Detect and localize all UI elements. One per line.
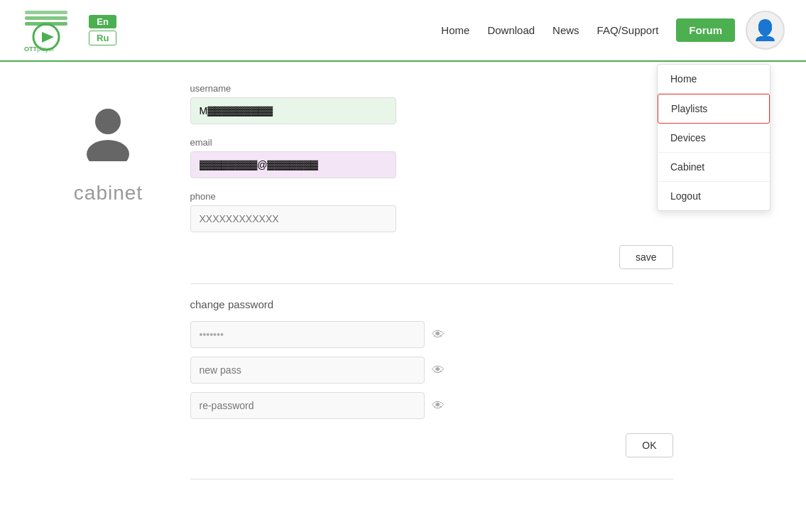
email-input[interactable] — [190, 151, 396, 178]
main-nav: Home Download News FAQ/Support Forum — [441, 18, 735, 42]
nav-news[interactable]: News — [552, 24, 579, 36]
re-password-input[interactable] — [190, 392, 425, 419]
current-password-eye-icon[interactable]: 👁 — [432, 327, 445, 342]
phone-label: phone — [190, 191, 673, 202]
current-password-input[interactable] — [190, 321, 425, 348]
left-panel: cabinet — [55, 83, 162, 479]
avatar-icon: 👤 — [753, 18, 778, 42]
dropdown-item-devices[interactable]: Devices — [658, 124, 770, 153]
nav-forum-button[interactable]: Forum — [676, 18, 735, 42]
email-label: email — [190, 137, 673, 148]
nav-home[interactable]: Home — [441, 24, 469, 36]
header: OTT player En Ru Home Download News FAQ/… — [0, 0, 806, 62]
user-avatar-icon — [82, 104, 135, 171]
new-password-eye-icon[interactable]: 👁 — [432, 363, 445, 378]
nav-download[interactable]: Download — [487, 24, 535, 36]
svg-point-7 — [95, 109, 121, 134]
lang-ru-button[interactable]: Ru — [89, 31, 116, 45]
dropdown-item-home[interactable]: Home — [658, 65, 770, 94]
cabinet-label: cabinet — [74, 182, 143, 205]
username-label: username — [190, 83, 673, 94]
save-row: save — [190, 245, 673, 269]
email-group: email — [190, 137, 673, 178]
dropdown-item-playlists[interactable]: Playlists — [658, 94, 770, 124]
phone-input[interactable] — [190, 205, 396, 232]
nav-faq[interactable]: FAQ/Support — [597, 24, 659, 36]
new-password-row: 👁 — [190, 357, 673, 384]
username-group: username — [190, 83, 673, 124]
ok-row: OK — [190, 433, 673, 457]
save-button[interactable]: save — [619, 245, 673, 269]
avatar[interactable]: 👤 — [746, 11, 785, 50]
avatar-area: 👤 Home Playlists Devices Cabinet Logout — [746, 11, 785, 50]
user-dropdown: Home Playlists Devices Cabinet Logout — [657, 64, 770, 211]
svg-point-8 — [87, 140, 129, 161]
dropdown-item-logout[interactable]: Logout — [658, 182, 770, 210]
ok-button[interactable]: OK — [626, 433, 672, 457]
svg-text:OTT: OTT — [24, 45, 37, 53]
bottom-divider — [190, 479, 673, 479]
language-selector: En Ru — [89, 15, 116, 45]
dropdown-item-cabinet[interactable]: Cabinet — [658, 153, 770, 182]
current-password-row: 👁 — [190, 321, 673, 348]
new-password-input[interactable] — [190, 357, 425, 384]
svg-rect-1 — [25, 16, 67, 20]
logo: OTT player — [21, 7, 82, 53]
re-password-eye-icon[interactable]: 👁 — [432, 398, 445, 413]
logo-area: OTT player En Ru — [21, 7, 116, 53]
username-input[interactable] — [190, 97, 396, 124]
svg-text:player: player — [37, 45, 55, 53]
re-password-row: 👁 — [190, 392, 673, 419]
divider-1 — [190, 283, 673, 284]
phone-group: phone — [190, 191, 673, 232]
svg-rect-0 — [25, 11, 67, 14]
form-area: username email phone save change passwor… — [190, 83, 673, 479]
svg-marker-4 — [42, 32, 54, 43]
lang-en-button[interactable]: En — [89, 15, 116, 28]
change-password-label: change password — [190, 298, 673, 310]
